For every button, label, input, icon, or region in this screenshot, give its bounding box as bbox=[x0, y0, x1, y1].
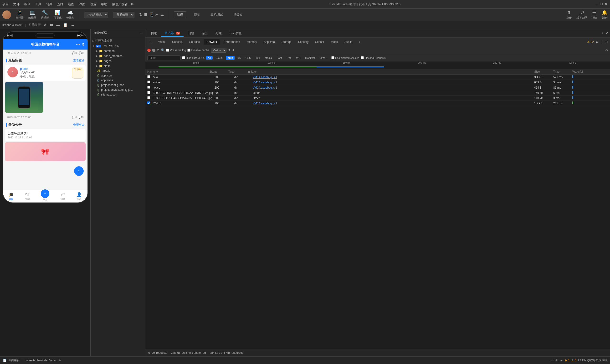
debug-tool[interactable]: 🔧 调试器 bbox=[41, 10, 49, 20]
col-name[interactable]: Name ▼ bbox=[147, 70, 209, 73]
refresh-icon[interactable]: ↻ bbox=[139, 12, 143, 17]
filter-other[interactable]: Other bbox=[318, 56, 328, 60]
simulator-tool[interactable]: 📱 模拟器 bbox=[16, 10, 24, 20]
tab-debugger[interactable]: 调试器 22 bbox=[161, 30, 184, 37]
version-tool[interactable]: ⎇ 版本管理 bbox=[576, 10, 587, 20]
filter-cloud[interactable]: Cloud bbox=[214, 56, 224, 60]
row-initiator[interactable]: VM14.asdebug.js:1 bbox=[253, 102, 534, 105]
disable-cache-checkbox[interactable]: Disable cache bbox=[187, 49, 209, 52]
message-tool[interactable]: 🔔 消息 bbox=[602, 10, 608, 20]
menu-help[interactable]: 帮助 bbox=[101, 2, 107, 6]
cut-icon[interactable]: ✂ bbox=[155, 12, 159, 17]
search-network-icon[interactable]: 🔍 bbox=[161, 48, 165, 52]
initiator-link[interactable]: VM14.asdebug.js:1 bbox=[253, 86, 277, 89]
filter-xhr[interactable]: XHR bbox=[226, 56, 235, 60]
section-notice-more[interactable]: 查看更多 bbox=[73, 123, 85, 127]
filter-doc[interactable]: Doc bbox=[285, 56, 293, 60]
table-row[interactable]: 8?id=8 200 xhr VM14.asdebug.js:1 1.7 kB … bbox=[146, 101, 610, 106]
clear-button[interactable] bbox=[152, 49, 155, 52]
tree-opened-editors[interactable]: ▶ 打开的编辑器 bbox=[91, 38, 145, 44]
menu-view[interactable]: 视图 bbox=[68, 2, 74, 6]
expand-icon[interactable]: ⊡ bbox=[606, 40, 608, 44]
table-row[interactable]: C290F7C24D8D4EF094E1DA284DB7BF24.jpg 200… bbox=[146, 90, 610, 95]
settings-gear[interactable]: ⚙ bbox=[605, 48, 608, 52]
detail-tool[interactable]: ☰ 详情 bbox=[592, 10, 597, 20]
tab-output[interactable]: 输出 bbox=[198, 30, 211, 37]
menu-select[interactable]: 选择 bbox=[57, 2, 63, 6]
filter-icon[interactable]: ⊙ bbox=[157, 48, 159, 52]
col-status[interactable]: Status bbox=[209, 70, 228, 73]
stop-icon[interactable]: ⏹ bbox=[144, 12, 148, 17]
col-size[interactable]: Size bbox=[534, 70, 553, 73]
throttle-selector[interactable]: Online bbox=[211, 48, 226, 53]
devtools-tab-more[interactable]: » bbox=[356, 39, 363, 45]
phone-lost-item[interactable]: p pipilin 华为Mate60 手机，黑色 招领贴 bbox=[5, 65, 86, 81]
tree-item-sitemap[interactable]: {} sitemap.json bbox=[91, 92, 145, 97]
table-row[interactable]: notice 200 xhr VM14.asdebug.js:1 414 B 8… bbox=[146, 85, 610, 90]
tree-item-node-modules[interactable]: ▶ 📁 node_modules bbox=[91, 53, 145, 58]
minimize-button[interactable]: ─ bbox=[596, 2, 598, 6]
more-dots[interactable]: ··· bbox=[560, 359, 563, 362]
menu-file[interactable]: 文件 bbox=[13, 2, 20, 6]
row-checkbox[interactable] bbox=[147, 102, 150, 104]
tree-item-static[interactable]: ▶ 📁 static bbox=[91, 63, 145, 68]
tab-build[interactable]: 构建 bbox=[147, 30, 160, 37]
filter-ws[interactable]: WS bbox=[294, 56, 302, 60]
col-waterfall[interactable]: Waterfall bbox=[572, 70, 608, 73]
import-icon[interactable]: ⬆ bbox=[228, 48, 230, 52]
row-initiator[interactable]: VM14.asdebug.js:1 bbox=[253, 81, 534, 84]
filter-js[interactable]: JS bbox=[236, 56, 242, 60]
menu-goto[interactable]: 转到 bbox=[46, 2, 53, 6]
tab-lost[interactable]: 🛍 失物 bbox=[25, 192, 30, 201]
hide-data-urls-checkbox[interactable]: Hide data URLs bbox=[182, 56, 205, 59]
tree-root[interactable]: ▼ MP MP-WEIXIN bbox=[91, 44, 145, 48]
filter-input[interactable] bbox=[147, 55, 181, 60]
cloud2-icon[interactable]: ☁ bbox=[160, 12, 164, 17]
devtools-tab-network[interactable]: Network bbox=[204, 39, 220, 45]
rotate-icon[interactable]: ↺ bbox=[44, 23, 47, 27]
preserve-log-input[interactable] bbox=[166, 49, 169, 52]
tree-item-pages[interactable]: ▶ 📁 pages bbox=[91, 58, 145, 63]
row-checkbox[interactable] bbox=[147, 91, 150, 94]
has-blocked-input[interactable] bbox=[331, 56, 334, 59]
devtools-tab-wxml[interactable]: Wxml bbox=[155, 39, 168, 45]
filter-font[interactable]: Font bbox=[275, 56, 284, 60]
compile-button[interactable]: 编译 bbox=[174, 12, 186, 18]
filter-media[interactable]: Media bbox=[263, 56, 274, 60]
row-checkbox[interactable] bbox=[147, 75, 150, 78]
file-tree-menu-icon[interactable]: ··· bbox=[140, 31, 142, 35]
fab-button[interactable]: ↑ bbox=[74, 169, 84, 176]
blocked-requests-input[interactable] bbox=[361, 56, 364, 59]
avatar[interactable] bbox=[2, 11, 11, 19]
blocked-requests-checkbox[interactable]: Blocked Requests bbox=[361, 56, 386, 59]
devtools-tab-storage[interactable]: Storage bbox=[279, 39, 294, 45]
devtools-tab-memory[interactable]: Memory bbox=[244, 39, 260, 45]
gear-icon[interactable]: ⚙ bbox=[605, 48, 608, 52]
real-test-button[interactable]: 真机调试 bbox=[208, 12, 226, 18]
device-selector[interactable]: iPhone X 100% bbox=[2, 23, 22, 27]
export-icon[interactable]: ⬇ bbox=[232, 48, 235, 52]
devtools-tab-appdata[interactable]: AppData bbox=[261, 39, 278, 45]
back-icon[interactable]: ← bbox=[147, 39, 155, 45]
phone-notice-card[interactable]: 公告标题测试1 2023-12-27 11:12:08 bbox=[5, 129, 86, 141]
tree-item-appwxss[interactable]: {} app.wxss bbox=[91, 78, 145, 83]
menu-wechat[interactable]: 微信开发者工具 bbox=[112, 2, 134, 6]
network-selector[interactable]: 热重载 开 bbox=[29, 23, 41, 27]
copy-path-icon[interactable]: 🗎 bbox=[58, 359, 61, 362]
has-blocked-cookies-checkbox[interactable]: Has blocked cookies bbox=[331, 56, 359, 59]
table-row[interactable]: swiper 200 xhr VM14.asdebug.js:1 659 B 3… bbox=[146, 80, 610, 85]
eye-icon[interactable]: 👁 bbox=[556, 359, 558, 362]
menu-interface[interactable]: 界面 bbox=[79, 2, 85, 6]
tree-item-appjs[interactable]: JS app.js bbox=[91, 68, 145, 73]
row-checkbox[interactable] bbox=[147, 86, 150, 89]
tab-post[interactable]: + 发布 bbox=[41, 191, 49, 202]
tab-mine[interactable]: 👤 拍的 bbox=[77, 192, 82, 201]
row-initiator[interactable]: VM14.asdebug.js:1 bbox=[253, 76, 534, 79]
tree-item-appjson[interactable]: {} app.json bbox=[91, 73, 145, 78]
branch-icon[interactable]: ⎇ bbox=[550, 359, 554, 362]
devtools-tab-mock[interactable]: Mock bbox=[328, 39, 341, 45]
visual-tool[interactable]: 📊 可视化 bbox=[54, 10, 62, 20]
tab-issues[interactable]: 问题 bbox=[185, 30, 197, 37]
phone-icon[interactable]: 📱 bbox=[149, 12, 154, 17]
col-time[interactable]: Time bbox=[553, 70, 572, 73]
